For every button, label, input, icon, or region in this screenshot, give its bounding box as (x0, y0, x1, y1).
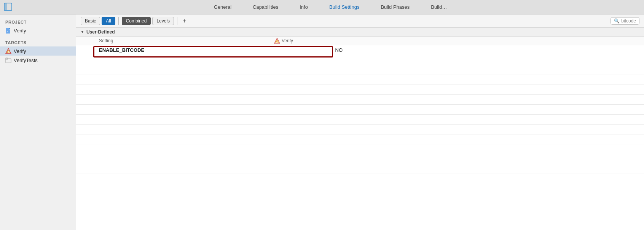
svg-text:A: A (8, 51, 10, 53)
column-headers: Setting A Verify (76, 37, 644, 45)
levels-filter-button[interactable]: Levels (152, 17, 174, 25)
col-header-setting: Setting (76, 38, 274, 43)
search-value: bitcode (621, 18, 636, 24)
table-area: ▼ User-Defined Setting A Verify ENA (76, 28, 644, 230)
empty-row-11 (76, 154, 644, 164)
empty-row-2 (76, 65, 644, 75)
svg-text:A: A (6, 30, 8, 33)
empty-row-9 (76, 134, 644, 144)
content-area: Basic All Combined Levels + 🔍 bitcode ▼ … (76, 14, 644, 230)
navigator-toggle-icon[interactable] (4, 3, 13, 12)
tab-capabilities[interactable]: Capabilities (250, 3, 281, 11)
col-header-verify: A Verify (274, 38, 350, 44)
setting-value-cell: NO (274, 46, 350, 54)
svg-rect-1 (4, 3, 7, 11)
add-filter-button[interactable]: + (180, 17, 188, 25)
svg-text:A: A (276, 41, 278, 43)
target-verify-label: Verify (14, 48, 26, 54)
empty-row-10 (76, 144, 644, 154)
all-filter-button[interactable]: All (102, 17, 115, 25)
search-box[interactable]: 🔍 bitcode (611, 17, 639, 25)
combined-filter-button[interactable]: Combined (122, 17, 151, 25)
section-label: User-Defined (86, 29, 115, 35)
tab-build-phases[interactable]: Build Phases (378, 3, 413, 11)
section-user-defined: ▼ User-Defined (76, 28, 644, 37)
tab-info[interactable]: Info (296, 3, 311, 11)
sidebar-item-project-verify[interactable]: A Verify (0, 26, 76, 35)
project-verify-label: Verify (14, 28, 26, 34)
top-tabs: General Capabilities Info Build Settings… (21, 3, 640, 11)
project-section-header: PROJECT (0, 18, 76, 26)
empty-row-3 (76, 75, 644, 85)
search-icon: 🔍 (614, 18, 620, 24)
targets-section-header: TARGETS (0, 39, 76, 46)
main-layout: PROJECT A Verify TARGETS A (0, 14, 644, 230)
tab-build-settings[interactable]: Build Settings (326, 3, 363, 11)
empty-row-6 (76, 105, 644, 115)
empty-row-4 (76, 85, 644, 95)
table-row[interactable]: ENABLE_BITCODE NO (76, 45, 644, 55)
project-icon: A (5, 27, 11, 34)
empty-row-8 (76, 125, 644, 134)
top-bar: General Capabilities Info Build Settings… (0, 0, 644, 14)
collapse-triangle[interactable]: ▼ (81, 30, 84, 34)
empty-row-7 (76, 115, 644, 125)
sidebar-item-target-verifytests[interactable]: VerifyTests (0, 56, 76, 65)
filter-bar: Basic All Combined Levels + 🔍 bitcode (76, 14, 644, 28)
filter-divider (118, 17, 119, 25)
target-verifytests-label: VerifyTests (14, 58, 38, 63)
setting-name-cell: ENABLE_BITCODE (76, 46, 274, 54)
empty-row-12 (76, 164, 644, 174)
sidebar: PROJECT A Verify TARGETS A (0, 14, 76, 230)
basic-filter-button[interactable]: Basic (81, 17, 100, 25)
tab-build-rules[interactable]: Build… (428, 3, 450, 11)
filter-divider-2 (177, 17, 177, 25)
empty-row-1 (76, 55, 644, 65)
target-tests-icon (5, 57, 11, 63)
sidebar-item-target-verify[interactable]: A Verify (0, 46, 76, 56)
target-verify-icon: A (5, 48, 11, 54)
empty-row-5 (76, 95, 644, 105)
tab-general[interactable]: General (211, 3, 234, 11)
